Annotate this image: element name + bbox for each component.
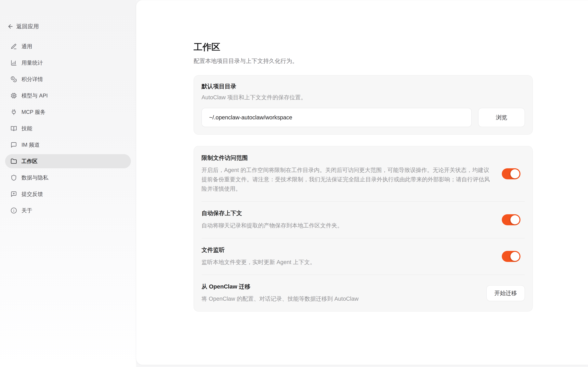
sidebar-item-label: 通用 bbox=[22, 43, 32, 50]
setting-title: 从 OpenClaw 迁移 bbox=[201, 283, 478, 290]
sidebar: 返回应用 通用 用量统计 积分详情 bbox=[0, 0, 136, 367]
start-migration-button[interactable]: 开始迁移 bbox=[486, 285, 525, 301]
sidebar-item-im-channels[interactable]: IM 频道 bbox=[5, 138, 131, 152]
page-subtitle: 配置本地项目目录与上下文持久化行为。 bbox=[193, 57, 533, 65]
sidebar-item-general[interactable]: 通用 bbox=[5, 39, 131, 53]
setting-row-text: 从 OpenClaw 迁移 将 OpenClaw 的配置、对话记录、技能等数据迁… bbox=[201, 283, 478, 303]
directory-card-title: 默认项目目录 bbox=[201, 83, 525, 90]
setting-row-auto-save-context: 自动保存上下文 自动将聊天记录和提取的产物保存到本地工作区文件夹。 bbox=[201, 201, 525, 238]
message-square-plus-icon bbox=[11, 191, 17, 197]
sidebar-item-label: 模型与 API bbox=[22, 92, 48, 99]
setting-row-text: 自动保存上下文 自动将聊天记录和提取的产物保存到本地工作区文件夹。 bbox=[201, 209, 493, 230]
setting-row-file-watch: 文件监听 监听本地文件变更，实时更新 Agent 上下文。 bbox=[201, 238, 525, 275]
main-panel: 工作区 配置本地项目目录与上下文持久化行为。 默认项目目录 AutoClaw 项… bbox=[136, 0, 588, 365]
toggle-thumb bbox=[510, 215, 519, 224]
setting-row-text: 限制文件访问范围 开启后，Agent 的工作空间将限制在工作目录内。关闭后可访问… bbox=[201, 154, 493, 193]
setting-description: 开启后，Agent 的工作空间将限制在工作目录内。关闭后可访问更大范围，可能导致… bbox=[201, 165, 493, 193]
workspace-path-input[interactable] bbox=[201, 108, 472, 127]
cpu-icon bbox=[11, 92, 17, 99]
shield-icon bbox=[11, 175, 17, 181]
sidebar-item-feedback[interactable]: 提交反馈 bbox=[5, 187, 131, 201]
auto-save-context-toggle[interactable] bbox=[502, 214, 520, 225]
setting-description: 自动将聊天记录和提取的产物保存到本地工作区文件夹。 bbox=[201, 221, 493, 230]
workspace-settings-page: 工作区 配置本地项目目录与上下文持久化行为。 默认项目目录 AutoClaw 项… bbox=[193, 0, 533, 312]
sidebar-item-workspace[interactable]: 工作区 bbox=[5, 154, 131, 168]
page-title: 工作区 bbox=[193, 42, 533, 52]
sidebar-item-label: 用量统计 bbox=[22, 59, 43, 67]
sidebar-item-label: 提交反馈 bbox=[22, 191, 43, 198]
sidebar-nav: 通用 用量统计 积分详情 模型与 API bbox=[5, 39, 131, 220]
sidebar-item-label: 数据与隐私 bbox=[22, 174, 48, 181]
sidebar-item-label: 技能 bbox=[22, 125, 32, 132]
sidebar-item-label: 工作区 bbox=[22, 158, 38, 165]
back-to-app-button[interactable]: 返回应用 bbox=[7, 23, 39, 30]
directory-input-row: 浏览 bbox=[201, 108, 525, 127]
setting-description: 将 OpenClaw 的配置、对话记录、技能等数据迁移到 AutoClaw bbox=[201, 294, 478, 303]
sidebar-item-label: IM 频道 bbox=[22, 141, 40, 149]
sidebar-item-label: 积分详情 bbox=[22, 76, 43, 83]
coins-icon bbox=[11, 76, 17, 83]
toggle-thumb bbox=[510, 169, 519, 178]
setting-row-text: 文件监听 监听本地文件变更，实时更新 Agent 上下文。 bbox=[201, 246, 493, 267]
setting-row-restrict-file-access: 限制文件访问范围 开启后，Agent 的工作空间将限制在工作目录内。关闭后可访问… bbox=[201, 146, 525, 201]
info-icon bbox=[11, 207, 17, 214]
default-directory-card: 默认项目目录 AutoClaw 项目和上下文文件的保存位置。 浏览 bbox=[193, 75, 533, 135]
sidebar-item-skills[interactable]: 技能 bbox=[5, 121, 131, 135]
folder-icon bbox=[11, 158, 17, 165]
toggle-thumb bbox=[510, 252, 519, 261]
setting-title: 限制文件访问范围 bbox=[201, 154, 493, 162]
restrict-file-access-toggle[interactable] bbox=[502, 168, 520, 179]
book-open-icon bbox=[11, 125, 17, 132]
setting-title: 文件监听 bbox=[201, 246, 493, 254]
sidebar-item-label: MCP 服务 bbox=[22, 108, 46, 116]
sidebar-item-usage-stats[interactable]: 用量统计 bbox=[5, 56, 131, 70]
sidebar-item-data-privacy[interactable]: 数据与隐私 bbox=[5, 171, 131, 185]
plug-icon bbox=[11, 109, 17, 115]
setting-description: 监听本地文件变更，实时更新 Agent 上下文。 bbox=[201, 257, 493, 267]
browse-button[interactable]: 浏览 bbox=[478, 108, 525, 127]
sidebar-item-label: 关于 bbox=[22, 207, 32, 214]
back-to-app-label: 返回应用 bbox=[16, 23, 39, 30]
directory-card-description: AutoClaw 项目和上下文文件的保存位置。 bbox=[201, 93, 525, 101]
pencil-icon bbox=[11, 43, 17, 50]
setting-title: 自动保存上下文 bbox=[201, 209, 493, 217]
sidebar-item-mcp[interactable]: MCP 服务 bbox=[5, 105, 131, 119]
message-square-icon bbox=[11, 142, 17, 148]
arrow-left-icon bbox=[7, 23, 14, 30]
workspace-settings-card: 限制文件访问范围 开启后，Agent 的工作空间将限制在工作目录内。关闭后可访问… bbox=[193, 146, 533, 312]
sidebar-item-about[interactable]: 关于 bbox=[5, 203, 131, 217]
bar-chart-icon bbox=[11, 60, 17, 66]
setting-row-migrate-openclaw: 从 OpenClaw 迁移 将 OpenClaw 的配置、对话记录、技能等数据迁… bbox=[201, 275, 525, 311]
sidebar-item-models-api[interactable]: 模型与 API bbox=[5, 89, 131, 103]
file-watch-toggle[interactable] bbox=[502, 251, 520, 262]
sidebar-item-credits[interactable]: 积分详情 bbox=[5, 72, 131, 86]
